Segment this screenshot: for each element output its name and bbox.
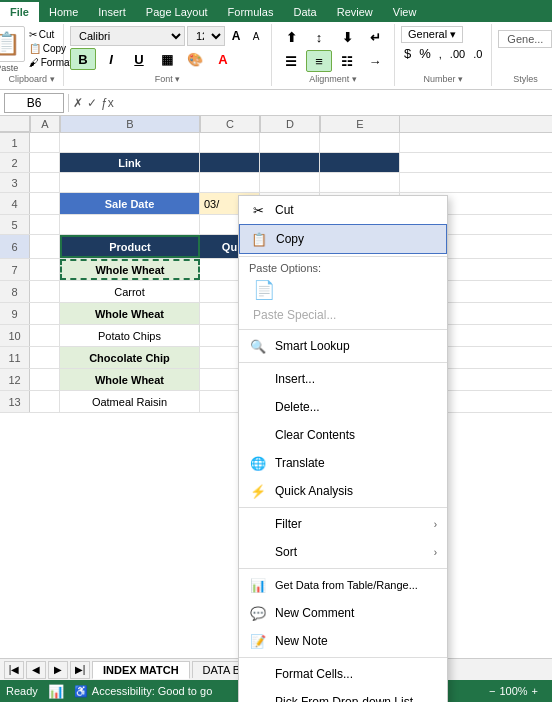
align-right-btn[interactable]: ☷ — [334, 50, 360, 72]
comma-btn[interactable]: , — [436, 47, 445, 61]
inc-decimal-btn[interactable]: .00 — [447, 47, 468, 61]
cell-a11[interactable] — [30, 347, 60, 368]
tab-nav-prev[interactable]: ◀ — [26, 661, 46, 679]
shrink-font-btn[interactable]: A — [247, 27, 265, 45]
tab-home[interactable]: Home — [39, 2, 88, 22]
number-format-selector[interactable]: General ▾ — [401, 26, 463, 43]
bold-button[interactable]: B — [70, 48, 96, 70]
underline-button[interactable]: U — [126, 48, 152, 70]
align-left-btn[interactable]: ☰ — [278, 50, 304, 72]
cell-d3[interactable] — [260, 173, 320, 192]
ctx-new-note[interactable]: 📝 New Note — [239, 627, 447, 655]
cancel-formula-icon[interactable]: ✗ — [73, 96, 83, 110]
cell-a8[interactable] — [30, 281, 60, 302]
cell-b5[interactable] — [60, 215, 200, 234]
fill-color-btn[interactable]: 🎨 — [182, 48, 208, 70]
cell-a13[interactable] — [30, 391, 60, 412]
cell-b1[interactable] — [60, 133, 200, 152]
cell-e3[interactable] — [320, 173, 400, 192]
tab-insert[interactable]: Insert — [88, 2, 136, 22]
cell-b2[interactable]: Link — [60, 153, 200, 172]
ctx-get-data[interactable]: 📊 Get Data from Table/Range... — [239, 571, 447, 599]
wrap-text-btn[interactable]: ↵ — [362, 26, 388, 48]
ctx-clear-contents[interactable]: Clear Contents — [239, 421, 447, 449]
ctx-divider-2 — [239, 329, 447, 330]
cell-b10[interactable]: Potato Chips — [60, 325, 200, 346]
tab-review[interactable]: Review — [327, 2, 383, 22]
cell-d1[interactable] — [260, 133, 320, 152]
sheet-tab-index-match[interactable]: INDEX MATCH — [92, 661, 190, 679]
cell-c2[interactable] — [200, 153, 260, 172]
cell-a7[interactable] — [30, 259, 60, 280]
tab-nav-last[interactable]: ▶| — [70, 661, 90, 679]
percent-btn[interactable]: % — [416, 45, 434, 62]
ctx-cut[interactable]: ✂ Cut — [239, 196, 447, 224]
cell-d2[interactable] — [260, 153, 320, 172]
ctx-sort[interactable]: Sort › — [239, 538, 447, 566]
cell-c3[interactable] — [200, 173, 260, 192]
insert-function-icon[interactable]: ƒx — [101, 96, 114, 110]
row-num-13: 13 — [0, 391, 30, 412]
alignment-label: Alignment ▾ — [278, 74, 388, 84]
cell-b8[interactable]: Carrot — [60, 281, 200, 302]
cell-b6[interactable]: Product — [60, 235, 200, 258]
grow-font-btn[interactable]: A — [227, 27, 245, 45]
font-size-selector[interactable]: 12 — [187, 26, 225, 46]
ctx-insert[interactable]: Insert... — [239, 365, 447, 393]
cell-e2[interactable] — [320, 153, 400, 172]
cell-a1[interactable] — [30, 133, 60, 152]
align-top-btn[interactable]: ⬆ — [278, 26, 304, 48]
tab-file[interactable]: File — [0, 2, 39, 22]
cell-b7[interactable]: Whole Wheat — [60, 259, 200, 280]
cell-a12[interactable] — [30, 369, 60, 390]
cell-a4[interactable] — [30, 193, 60, 214]
border-btn[interactable]: ▦ — [154, 48, 180, 70]
formula-input[interactable] — [118, 93, 548, 113]
ctx-paste-special[interactable]: Paste Special... — [239, 303, 447, 327]
tab-view[interactable]: View — [383, 2, 427, 22]
currency-btn[interactable]: $ — [401, 45, 414, 62]
ctx-quick-analysis[interactable]: ⚡ Quick Analysis — [239, 477, 447, 505]
row-num-5: 5 — [0, 215, 30, 234]
cell-b3[interactable] — [60, 173, 200, 192]
cell-b4[interactable]: Sale Date — [60, 193, 200, 214]
cell-reference-box[interactable] — [4, 93, 64, 113]
cell-a5[interactable] — [30, 215, 60, 234]
ctx-new-comment[interactable]: 💬 New Comment — [239, 599, 447, 627]
confirm-formula-icon[interactable]: ✓ — [87, 96, 97, 110]
cell-a6[interactable] — [30, 235, 60, 258]
ctx-filter[interactable]: Filter › — [239, 510, 447, 538]
zoom-in-btn[interactable]: + — [532, 685, 538, 697]
cell-b12[interactable]: Whole Wheat — [60, 369, 200, 390]
italic-button[interactable]: I — [98, 48, 124, 70]
indent-btn[interactable]: → — [362, 50, 388, 72]
tab-data[interactable]: Data — [283, 2, 326, 22]
cell-a2[interactable] — [30, 153, 60, 172]
ctx-translate[interactable]: 🌐 Translate — [239, 449, 447, 477]
cell-b9[interactable]: Whole Wheat — [60, 303, 200, 324]
cell-b11[interactable]: Chocolate Chip — [60, 347, 200, 368]
font-color-btn[interactable]: A — [210, 48, 236, 70]
ctx-pick-dropdown[interactable]: Pick From Drop-down List... — [239, 688, 447, 702]
ctx-delete[interactable]: Delete... — [239, 393, 447, 421]
paste-button[interactable]: 📋 — [0, 26, 25, 62]
cell-e1[interactable] — [320, 133, 400, 152]
ctx-smart-lookup[interactable]: 🔍 Smart Lookup — [239, 332, 447, 360]
align-center-btn[interactable]: ≡ — [306, 50, 332, 72]
ctx-format-cells[interactable]: Format Cells... — [239, 660, 447, 688]
dec-decimal-btn[interactable]: .0 — [470, 47, 485, 61]
font-family-selector[interactable]: Calibri — [70, 26, 185, 46]
cell-b13[interactable]: Oatmeal Raisin — [60, 391, 200, 412]
cell-a3[interactable] — [30, 173, 60, 192]
ctx-copy[interactable]: 📋 Copy — [239, 224, 447, 254]
align-middle-btn[interactable]: ↕ — [306, 26, 332, 48]
cell-a10[interactable] — [30, 325, 60, 346]
cell-c1[interactable] — [200, 133, 260, 152]
tab-formulas[interactable]: Formulas — [218, 2, 284, 22]
tab-nav-next[interactable]: ▶ — [48, 661, 68, 679]
tab-nav-first[interactable]: |◀ — [4, 661, 24, 679]
tab-page-layout[interactable]: Page Layout — [136, 2, 218, 22]
align-bottom-btn[interactable]: ⬇ — [334, 26, 360, 48]
cell-a9[interactable] — [30, 303, 60, 324]
zoom-out-btn[interactable]: − — [489, 685, 495, 697]
